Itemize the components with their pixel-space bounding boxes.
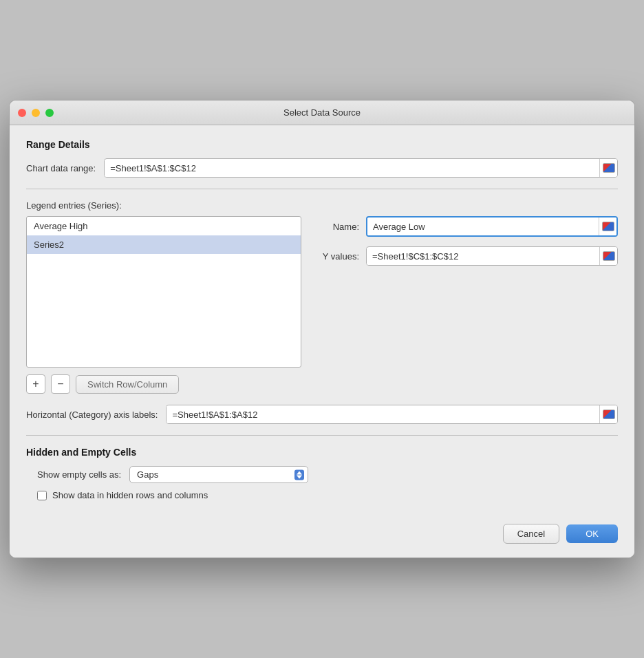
remove-series-button[interactable]: − <box>51 374 70 394</box>
series-list: Average High Series2 <box>26 216 301 368</box>
y-values-input[interactable] <box>367 248 599 265</box>
series-controls-row: + − Switch Row/Column <box>26 374 301 394</box>
series-item-series2[interactable]: Series2 <box>27 235 301 254</box>
show-hidden-row: Show data in hidden rows and columns <box>37 490 618 500</box>
range-details-title: Range Details <box>26 139 618 150</box>
chart-data-range-picker-button[interactable] <box>599 159 617 177</box>
divider-1 <box>26 189 618 189</box>
range-picker-icon <box>603 163 615 173</box>
show-empty-cells-label: Show empty cells as: <box>37 469 121 480</box>
chart-data-range-input[interactable] <box>105 160 599 177</box>
y-values-picker-button[interactable] <box>599 247 617 265</box>
y-values-label: Y values: <box>318 251 359 262</box>
divider-2 <box>26 435 618 436</box>
legend-entries-label: Legend entries (Series): <box>26 200 610 211</box>
switch-row-column-button[interactable]: Switch Row/Column <box>76 375 179 394</box>
ok-button[interactable]: OK <box>566 524 618 543</box>
chart-data-range-label: Chart data range: <box>26 163 96 173</box>
series-list-col: Average High Series2 + − Switch Row/ <box>26 216 301 394</box>
series-details-col: Name: Y values: <box>318 216 618 266</box>
y-values-row: Y values: <box>318 246 618 266</box>
horizontal-axis-label: Horizontal (Category) axis labels: <box>26 410 158 420</box>
name-picker-button[interactable] <box>599 217 616 235</box>
series-name-input[interactable] <box>367 218 599 235</box>
dialog-body: Range Details Chart data range: Legend e… <box>10 125 634 514</box>
select-data-source-dialog: Select Data Source Range Details Chart d… <box>9 100 635 558</box>
chart-data-range-row: Chart data range: <box>26 158 618 178</box>
horizontal-axis-picker-button[interactable] <box>599 405 617 423</box>
legend-two-col: Average High Series2 + − Switch Row/ <box>26 216 618 394</box>
dialog-title: Select Data Source <box>283 107 361 118</box>
y-values-input-wrapper <box>366 246 618 266</box>
name-label: Name: <box>318 222 359 232</box>
y-values-picker-icon <box>603 251 615 261</box>
series-name-row: Name: <box>318 216 618 237</box>
show-empty-cells-row: Show empty cells as: Gaps Zero Connect d… <box>37 466 618 483</box>
show-empty-select[interactable]: Gaps Zero Connect data points with line <box>129 466 308 483</box>
horizontal-axis-picker-icon <box>603 410 615 419</box>
horizontal-axis-input[interactable] <box>167 406 599 423</box>
horizontal-axis-row: Horizontal (Category) axis labels: <box>26 405 618 424</box>
series-item-average-high[interactable]: Average High <box>27 217 301 235</box>
show-empty-select-wrapper: Gaps Zero Connect data points with line <box>129 466 308 483</box>
name-input-wrapper <box>366 216 618 237</box>
title-bar: Select Data Source <box>10 100 634 125</box>
horizontal-axis-input-wrapper <box>166 405 618 424</box>
hidden-empty-section: Hidden and Empty Cells Show empty cells … <box>26 447 618 500</box>
chart-data-range-input-wrapper <box>104 158 618 178</box>
dialog-footer: Cancel OK <box>10 514 634 558</box>
cancel-button[interactable]: Cancel <box>503 524 559 544</box>
hidden-empty-title: Hidden and Empty Cells <box>26 447 618 458</box>
show-hidden-checkbox[interactable] <box>37 491 47 500</box>
show-hidden-label[interactable]: Show data in hidden rows and columns <box>52 490 208 500</box>
add-series-button[interactable]: + <box>26 374 45 394</box>
name-picker-icon <box>602 222 614 231</box>
